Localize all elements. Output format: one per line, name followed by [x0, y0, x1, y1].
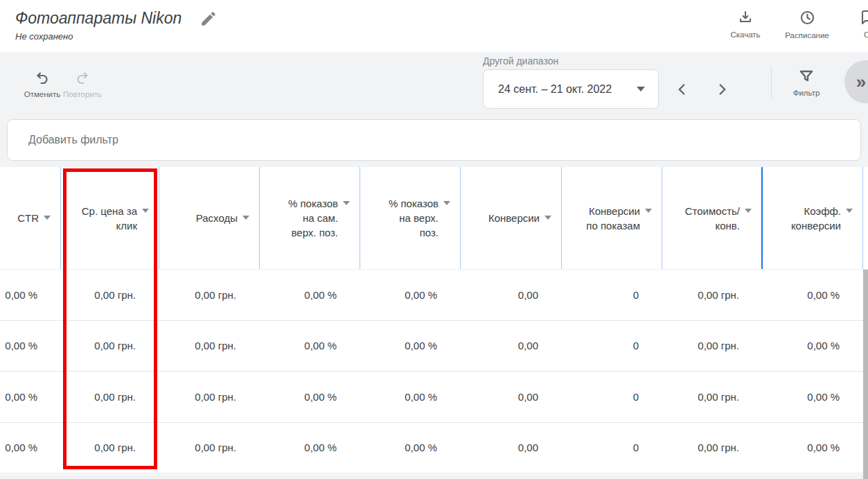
table-cell: 0,00 %	[763, 442, 863, 453]
column-header-cost-per-conversion[interactable]: Стоимость/конв.	[662, 167, 763, 269]
column-label: % показов на сам. верх. поз.	[280, 196, 338, 240]
table-cell: 0	[562, 340, 662, 351]
table-cell: 0,00	[461, 340, 562, 351]
table-cell: 0,00 %	[0, 340, 61, 351]
toolbar: Отменить Повторить Другой диапазон 24 се…	[0, 52, 868, 118]
top-header: Фотоаппараты Nikon Не сохранено Скачать	[0, 0, 868, 52]
schedule-label: Расписание	[785, 31, 829, 40]
add-filter-placeholder: Добавить фильтр	[28, 134, 118, 146]
table-bottom-strip	[0, 474, 868, 479]
column-header-conversion-rate[interactable]: Коэфф. конверсии	[763, 167, 863, 269]
table-cell: 0,00 грн.	[159, 289, 260, 301]
table-header-row: CTR Ср. цена за клик Расходы % показов н…	[0, 167, 868, 270]
column-label: Стоимость/конв.	[682, 204, 740, 233]
redo-icon	[74, 69, 91, 86]
column-label: CTR	[17, 211, 39, 225]
date-range-select[interactable]: 24 сент. – 21 окт. 2022	[483, 69, 659, 109]
table-cell: 0,00	[461, 289, 562, 301]
redo-button[interactable]: Повторить	[62, 69, 103, 98]
column-header-conversions[interactable]: Конверсии	[461, 167, 562, 269]
sort-caret-icon[interactable]	[242, 216, 249, 220]
table-cell: 0,00 %	[0, 391, 61, 403]
edit-pencil-icon[interactable]	[200, 10, 218, 28]
table-cell: 0,00 %	[260, 340, 360, 351]
download-label: Скачать	[730, 31, 760, 39]
table-row[interactable]: 0,00 % 0,00 грн. 0,00 грн. 0,00 % 0,00 %…	[0, 372, 868, 423]
table-cell: 0,00 грн.	[159, 340, 260, 351]
table-cell: 0,00 грн.	[662, 442, 763, 453]
sort-caret-icon[interactable]	[846, 209, 853, 213]
column-header-ctr[interactable]: CTR	[0, 167, 61, 269]
table-cell: 0,00 %	[763, 289, 863, 301]
save-status: Не сохранено	[15, 31, 218, 42]
next-range-button[interactable]	[714, 80, 732, 98]
sort-caret-icon[interactable]	[544, 216, 551, 220]
column-header-abs-top-impression-share[interactable]: % показов на сам. верх. поз.	[260, 167, 360, 269]
add-filter-input[interactable]: Добавить фильтр	[7, 119, 861, 161]
report-table: CTR Ср. цена за клик Расходы % показов н…	[0, 167, 868, 479]
table-cell: 0,00	[461, 442, 562, 453]
vertical-scrollbar[interactable]	[863, 270, 868, 479]
table-cell: 0	[562, 442, 662, 453]
table-cell: 0,00 грн.	[61, 442, 159, 453]
schedule-button[interactable]: Расписание	[786, 9, 828, 40]
table-row[interactable]: 0,00 % 0,00 грн. 0,00 грн. 0,00 % 0,00 %…	[0, 423, 868, 474]
column-header-avg-cpc[interactable]: Ср. цена за клик	[61, 167, 159, 269]
table-cell: 0,00 %	[360, 391, 461, 403]
date-range-value: 24 сент. – 21 окт. 2022	[498, 83, 612, 96]
table-cell: 0	[562, 391, 662, 403]
column-label: Конверсии по показам	[582, 204, 640, 233]
column-label: % показов на верх. поз.	[380, 196, 439, 240]
chevron-down-icon	[637, 87, 645, 92]
report-title-block: Фотоаппараты Nikon Не сохранено	[15, 9, 218, 42]
download-icon	[737, 9, 754, 26]
undo-icon	[34, 69, 51, 86]
toolbar-divider	[771, 66, 772, 98]
table-cell: 0,00 %	[260, 442, 360, 453]
filter-bar-zone: Добавить фильтр	[0, 118, 868, 167]
table-row[interactable]: 0,00 % 0,00 грн. 0,00 грн. 0,00 % 0,00 %…	[0, 321, 868, 372]
table-cell: 0,00	[461, 391, 562, 403]
previous-range-button[interactable]	[673, 80, 691, 98]
table-cell: 0,00 грн.	[61, 289, 159, 301]
table-cell: 0,00 грн.	[61, 391, 159, 403]
table-cell: 0,00 %	[0, 289, 61, 301]
table-cell: 0,00 грн.	[662, 289, 763, 301]
sort-caret-icon[interactable]	[343, 201, 350, 205]
double-chevron-right-icon: »	[856, 71, 865, 93]
column-header-top-impression-share[interactable]: % показов на верх. поз.	[360, 167, 461, 269]
sort-caret-icon[interactable]	[142, 209, 149, 213]
sort-caret-icon[interactable]	[44, 216, 51, 220]
table-cell: 0,00 %	[360, 442, 461, 453]
table-cell: 0,00 грн.	[662, 340, 763, 351]
undo-button[interactable]: Отменить	[22, 69, 62, 98]
filter-button[interactable]: Фильтр	[787, 67, 826, 97]
undo-label: Отменить	[24, 90, 61, 98]
column-label: Коэфф. конверсии	[783, 204, 841, 233]
column-label: Расходы	[196, 211, 238, 225]
sort-caret-icon[interactable]	[745, 209, 752, 213]
table-cell: 0,00 %	[360, 289, 461, 301]
filter-label: Фильтр	[793, 89, 820, 97]
top-action-buttons: Скачать Расписание От	[725, 9, 868, 40]
table-cell: 0,00 %	[260, 289, 360, 301]
table-cell: 0,00 грн.	[159, 442, 260, 453]
sort-caret-icon[interactable]	[645, 209, 652, 213]
filter-funnel-icon	[797, 67, 815, 85]
column-label: Конверсии	[488, 211, 540, 225]
column-header-view-through-conversions[interactable]: Конверсии по показам	[562, 167, 662, 269]
sort-caret-icon[interactable]	[443, 201, 450, 205]
page-title: Фотоаппараты Nikon	[15, 9, 181, 28]
table-cell: 0,00 %	[260, 391, 360, 403]
table-cell: 0,00 грн.	[662, 391, 763, 403]
table-cell: 0	[562, 289, 662, 301]
schedule-clock-icon	[799, 9, 816, 26]
column-label: Ср. цена за клик	[79, 204, 137, 233]
table-row[interactable]: 0,00 % 0,00 грн. 0,00 грн. 0,00 % 0,00 %…	[0, 270, 868, 321]
download-button[interactable]: Скачать	[725, 9, 766, 40]
undo-redo-group: Отменить Повторить	[22, 69, 103, 98]
table-cell: 0,00 %	[360, 340, 461, 351]
share-button[interactable]: От	[848, 9, 868, 40]
column-header-cost[interactable]: Расходы	[159, 167, 260, 269]
redo-label: Повторить	[63, 90, 102, 98]
